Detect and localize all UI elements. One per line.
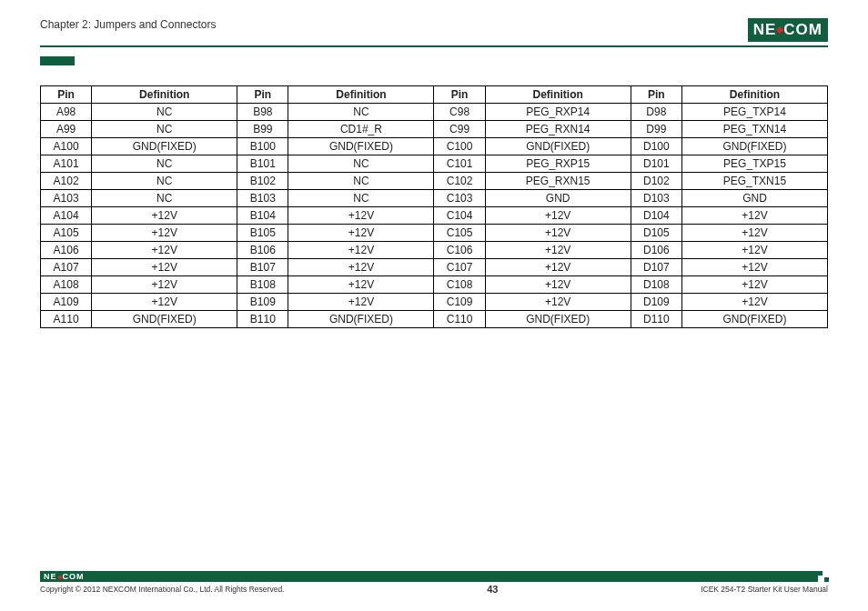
definition-cell: NC — [92, 121, 237, 138]
table-row: A105+12VB105+12VC105+12VD105+12V — [41, 225, 828, 242]
pin-cell: D110 — [631, 311, 681, 328]
section-marker — [40, 56, 75, 65]
pin-cell: A102 — [41, 173, 92, 190]
pin-cell: C106 — [434, 242, 485, 259]
pin-cell: B102 — [237, 173, 288, 190]
col-header-definition: Definition — [485, 86, 631, 104]
logo-diamond-icon — [57, 575, 63, 580]
pin-cell: C107 — [434, 259, 485, 276]
table-header-row: Pin Definition Pin Definition Pin Defini… — [41, 86, 828, 104]
col-header-pin: Pin — [41, 86, 92, 104]
definition-cell: +12V — [288, 294, 434, 311]
table-row: A98NCB98NCC98PEG_RXP14D98PEG_TXP14 — [41, 104, 828, 121]
definition-cell: GND(FIXED) — [681, 311, 827, 328]
footer-bar: NECOM — [40, 571, 828, 582]
col-header-definition: Definition — [92, 86, 237, 104]
pin-cell: D109 — [631, 294, 681, 311]
footer-logo-right: COM — [63, 572, 85, 581]
pin-cell: A107 — [41, 259, 92, 276]
pin-cell: B107 — [237, 259, 288, 276]
table-row: A106+12VB106+12VC106+12VD106+12V — [41, 242, 828, 259]
definition-cell: GND(FIXED) — [681, 138, 827, 155]
col-header-pin: Pin — [631, 86, 681, 104]
definition-cell: PEG_RXP15 — [485, 155, 631, 173]
pin-cell: D104 — [631, 207, 681, 225]
definition-cell: GND(FIXED) — [288, 138, 434, 155]
definition-cell: GND(FIXED) — [485, 311, 631, 328]
definition-cell: +12V — [288, 207, 434, 225]
pin-cell: A99 — [41, 121, 92, 138]
definition-cell: PEG_TXP14 — [681, 104, 827, 121]
definition-cell: +12V — [485, 242, 631, 259]
pin-cell: A104 — [41, 207, 92, 225]
table-row: A103NCB103NCC103GNDD103GND — [41, 190, 828, 207]
definition-cell: +12V — [92, 276, 237, 294]
col-header-definition: Definition — [288, 86, 434, 104]
definition-cell: NC — [92, 104, 237, 121]
definition-cell: PEG_RXN14 — [485, 121, 631, 138]
pin-cell: B105 — [237, 225, 288, 242]
footer-corner-icon — [818, 571, 829, 582]
table-row: A108+12VB108+12VC108+12VD108+12V — [41, 276, 828, 294]
table-row: A99NCB99CD1#_RC99PEG_RXN14D99PEG_TXN14 — [41, 121, 828, 138]
logo-text-right: COM — [783, 21, 823, 39]
pin-cell: D106 — [631, 242, 681, 259]
definition-cell: GND — [485, 190, 631, 207]
pin-cell: B104 — [237, 207, 288, 225]
table-row: A104+12VB104+12VC104+12VD104+12V — [41, 207, 828, 225]
pin-cell: A101 — [41, 155, 92, 173]
header-divider — [40, 45, 828, 47]
table-row: A102NCB102NCC102PEG_RXN15D102PEG_TXN15 — [41, 173, 828, 190]
definition-cell: GND(FIXED) — [92, 138, 237, 155]
pin-cell: A109 — [41, 294, 92, 311]
footer-logo: NECOM — [44, 572, 85, 581]
pin-cell: B103 — [237, 190, 288, 207]
definition-cell: +12V — [92, 207, 237, 225]
nexcom-logo: NE COM — [748, 18, 828, 42]
definition-cell: +12V — [681, 294, 827, 311]
definition-cell: PEG_RXN15 — [485, 173, 631, 190]
definition-cell: CD1#_R — [288, 121, 434, 138]
pin-cell: C110 — [434, 311, 485, 328]
pin-cell: B110 — [237, 311, 288, 328]
footer-logo-left: NE — [44, 572, 57, 581]
definition-cell: +12V — [485, 294, 631, 311]
pin-cell: A103 — [41, 190, 92, 207]
definition-cell: PEG_RXP14 — [485, 104, 631, 121]
col-header-pin: Pin — [434, 86, 485, 104]
pin-cell: D100 — [631, 138, 681, 155]
pin-cell: D101 — [631, 155, 681, 173]
definition-cell: +12V — [288, 259, 434, 276]
definition-cell: NC — [288, 155, 434, 173]
logo-diamond-icon — [776, 26, 783, 34]
pin-cell: C101 — [434, 155, 485, 173]
definition-cell: PEG_TXN14 — [681, 121, 827, 138]
definition-cell: +12V — [681, 259, 827, 276]
definition-cell: NC — [288, 190, 434, 207]
pin-cell: C109 — [434, 294, 485, 311]
table-row: A110GND(FIXED)B110GND(FIXED)C110GND(FIXE… — [41, 311, 828, 328]
definition-cell: +12V — [92, 225, 237, 242]
pin-cell: A108 — [41, 276, 92, 294]
definition-cell: +12V — [485, 276, 631, 294]
pin-cell: C100 — [434, 138, 485, 155]
definition-cell: +12V — [681, 276, 827, 294]
col-header-pin: Pin — [237, 86, 288, 104]
pin-cell: D98 — [631, 104, 681, 121]
pin-cell: B98 — [237, 104, 288, 121]
pin-cell: B106 — [237, 242, 288, 259]
definition-cell: +12V — [92, 294, 237, 311]
definition-cell: +12V — [92, 259, 237, 276]
copyright-text: Copyright © 2012 NEXCOM International Co… — [40, 585, 284, 594]
pin-cell: A106 — [41, 242, 92, 259]
pin-cell: B100 — [237, 138, 288, 155]
definition-cell: +12V — [485, 225, 631, 242]
definition-cell: +12V — [288, 225, 434, 242]
pin-definition-table: Pin Definition Pin Definition Pin Defini… — [40, 85, 828, 328]
pin-cell: C108 — [434, 276, 485, 294]
table-row: A100GND(FIXED)B100GND(FIXED)C100GND(FIXE… — [41, 138, 828, 155]
pin-cell: A110 — [41, 311, 92, 328]
definition-cell: +12V — [288, 276, 434, 294]
definition-cell: PEG_TXP15 — [681, 155, 827, 173]
definition-cell: +12V — [92, 242, 237, 259]
